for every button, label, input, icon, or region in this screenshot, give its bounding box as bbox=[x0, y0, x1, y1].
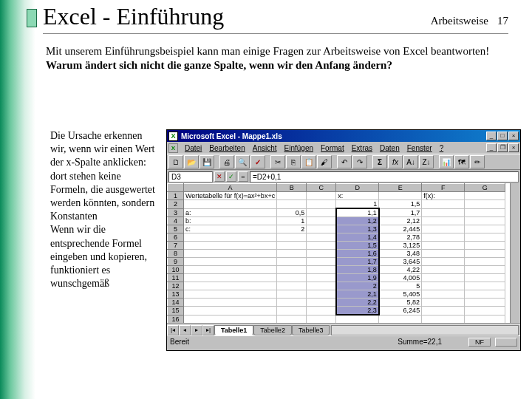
sheet-tab-3[interactable]: Tabelle3 bbox=[292, 325, 330, 335]
menu-extras[interactable]: Extras bbox=[348, 143, 376, 153]
cell-F2[interactable] bbox=[422, 200, 465, 209]
cell-G17[interactable] bbox=[465, 323, 505, 324]
cancel-edit-button[interactable]: ✕ bbox=[214, 171, 225, 182]
confirm-edit-button[interactable]: ✓ bbox=[226, 171, 236, 182]
cell-B13[interactable] bbox=[277, 290, 307, 299]
cell-B11[interactable] bbox=[277, 274, 307, 282]
cell-C15[interactable] bbox=[307, 307, 336, 316]
cell-C17[interactable] bbox=[307, 323, 336, 324]
col-header-A[interactable]: A bbox=[184, 184, 277, 192]
cell-F10[interactable] bbox=[422, 266, 465, 274]
col-header-G[interactable]: G bbox=[465, 184, 505, 192]
menu-ansicht[interactable]: Ansicht bbox=[249, 143, 281, 153]
cell-C7[interactable] bbox=[307, 242, 336, 250]
cell-C4[interactable] bbox=[307, 217, 336, 225]
select-all-corner[interactable] bbox=[168, 184, 184, 192]
cell-B17[interactable] bbox=[277, 323, 307, 324]
cell-D12[interactable]: 2 bbox=[336, 282, 379, 290]
cell-D4[interactable]: 1,2 bbox=[336, 217, 379, 225]
cell-F14[interactable] bbox=[422, 299, 465, 307]
cell-G4[interactable] bbox=[465, 217, 505, 225]
cell-C11[interactable] bbox=[307, 274, 336, 282]
row-header-2[interactable]: 2 bbox=[168, 200, 184, 209]
cell-C1[interactable] bbox=[307, 192, 336, 200]
print-button[interactable]: 🖨 bbox=[219, 155, 234, 168]
cell-E7[interactable]: 3,125 bbox=[379, 242, 422, 250]
cell-F13[interactable] bbox=[422, 290, 465, 299]
cell-C12[interactable] bbox=[307, 282, 336, 290]
cell-F17[interactable] bbox=[422, 323, 465, 324]
cell-B5[interactable]: 2 bbox=[277, 225, 307, 233]
fx-button[interactable]: = bbox=[238, 171, 248, 182]
cell-E16[interactable] bbox=[379, 315, 422, 323]
tab-prev-button[interactable]: ◂ bbox=[179, 325, 191, 335]
cell-B16[interactable] bbox=[277, 315, 307, 323]
menu-fenster[interactable]: Fenster bbox=[403, 143, 436, 153]
cell-E15[interactable]: 6,245 bbox=[379, 307, 422, 316]
row-header-3[interactable]: 3 bbox=[168, 208, 184, 217]
row-header-5[interactable]: 5 bbox=[168, 225, 184, 233]
cell-B14[interactable] bbox=[277, 299, 307, 307]
cell-E13[interactable]: 5,405 bbox=[379, 290, 422, 299]
cell-F6[interactable] bbox=[422, 233, 465, 242]
cell-F8[interactable] bbox=[422, 250, 465, 258]
cell-F7[interactable] bbox=[422, 242, 465, 250]
cell-G5[interactable] bbox=[465, 225, 505, 233]
cell-E1[interactable] bbox=[379, 192, 422, 200]
row-header-4[interactable]: 4 bbox=[168, 217, 184, 225]
cell-D2[interactable]: 1 bbox=[336, 200, 379, 209]
cell-A11[interactable] bbox=[184, 274, 277, 282]
minimize-button[interactable]: _ bbox=[486, 132, 497, 140]
cell-B2[interactable] bbox=[277, 200, 307, 209]
cell-G15[interactable] bbox=[465, 307, 505, 316]
sort-desc-button[interactable]: Z↓ bbox=[419, 155, 434, 168]
cell-F12[interactable] bbox=[422, 282, 465, 290]
paste-button[interactable]: 📋 bbox=[301, 155, 316, 168]
cell-A8[interactable] bbox=[184, 250, 277, 258]
sheet-tab-1[interactable]: Tabelle1 bbox=[214, 325, 253, 335]
close-button[interactable]: × bbox=[508, 132, 519, 140]
row-header-14[interactable]: 14 bbox=[168, 299, 184, 307]
cell-C6[interactable] bbox=[307, 233, 336, 242]
cell-B12[interactable] bbox=[277, 282, 307, 290]
cell-D9[interactable]: 1,7 bbox=[336, 258, 379, 266]
row-header-15[interactable]: 15 bbox=[168, 307, 184, 316]
autosum-button[interactable]: Σ bbox=[372, 155, 387, 168]
cell-B6[interactable] bbox=[277, 233, 307, 242]
cell-G12[interactable] bbox=[465, 282, 505, 290]
sheet-tab-2[interactable]: Tabelle2 bbox=[253, 325, 292, 335]
cell-C14[interactable] bbox=[307, 299, 336, 307]
cell-A1[interactable]: Wertetabelle für f(x)=ax²+bx+c bbox=[184, 192, 277, 200]
row-header-9[interactable]: 9 bbox=[168, 258, 184, 266]
menu-format[interactable]: Format bbox=[317, 143, 348, 153]
cell-D8[interactable]: 1,6 bbox=[336, 250, 379, 258]
cell-G3[interactable] bbox=[465, 208, 505, 217]
cell-C10[interactable] bbox=[307, 266, 336, 274]
cell-E11[interactable]: 4,005 bbox=[379, 274, 422, 282]
cell-D10[interactable]: 1,8 bbox=[336, 266, 379, 274]
cell-F3[interactable] bbox=[422, 208, 465, 217]
cell-E12[interactable]: 5 bbox=[379, 282, 422, 290]
row-header-6[interactable]: 6 bbox=[168, 233, 184, 242]
cell-A4[interactable]: b: bbox=[184, 217, 277, 225]
cell-A16[interactable] bbox=[184, 315, 277, 323]
cell-D13[interactable]: 2,1 bbox=[336, 290, 379, 299]
workbook-icon[interactable]: X bbox=[168, 143, 178, 153]
cell-D15[interactable]: 2,3 bbox=[336, 307, 379, 316]
menu-help[interactable]: ? bbox=[436, 143, 448, 153]
menu-daten[interactable]: Daten bbox=[376, 143, 403, 153]
cell-A9[interactable] bbox=[184, 258, 277, 266]
cell-G16[interactable] bbox=[465, 315, 505, 323]
cell-C2[interactable] bbox=[307, 200, 336, 209]
name-box[interactable]: D3 bbox=[168, 171, 213, 183]
cell-A5[interactable]: c: bbox=[184, 225, 277, 233]
cell-B1[interactable] bbox=[277, 192, 307, 200]
cell-A3[interactable]: a: bbox=[184, 208, 277, 217]
cell-A7[interactable] bbox=[184, 242, 277, 250]
cell-B7[interactable] bbox=[277, 242, 307, 250]
vertical-scrollbar[interactable] bbox=[510, 183, 520, 323]
cell-D6[interactable]: 1,4 bbox=[336, 233, 379, 242]
col-header-E[interactable]: E bbox=[379, 184, 422, 192]
cell-B10[interactable] bbox=[277, 266, 307, 274]
row-header-17[interactable]: 17 bbox=[168, 323, 184, 324]
